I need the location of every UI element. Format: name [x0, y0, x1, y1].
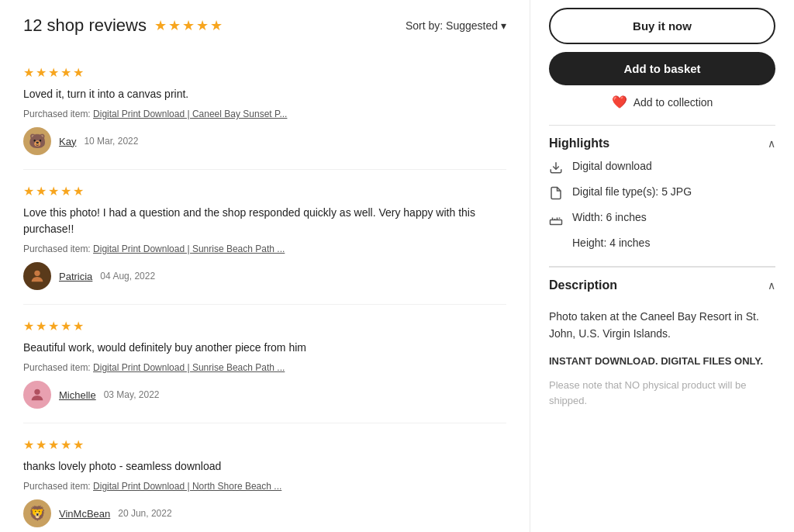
review-stars: ★ ★ ★ ★ ★: [23, 319, 506, 333]
avatar: 🦁: [23, 499, 51, 527]
highlights-section-header[interactable]: Highlights ∧: [549, 125, 775, 160]
review-text: thanks lovely photo - seamless download: [23, 458, 506, 475]
desc-main-text: Photo taken at the Caneel Bay Resort in …: [549, 308, 775, 343]
description-body: Photo taken at the Caneel Bay Resort in …: [549, 302, 775, 409]
download-icon: [549, 161, 564, 178]
reviewer: 🦁 VinMcBean 20 Jun, 2022: [23, 499, 506, 527]
heart-icon: ❤️: [612, 95, 627, 109]
add-collection-label: Add to collection: [633, 96, 713, 109]
star-5: ★: [210, 17, 223, 34]
avatar: [23, 381, 51, 409]
reviewer-date: 04 Aug, 2022: [100, 271, 155, 282]
reviewer-date: 10 Mar, 2022: [84, 136, 138, 147]
review-text: Loved it, turn it into a canvas print.: [23, 86, 506, 102]
description-section: Description ∧ Photo taken at the Caneel …: [549, 266, 775, 409]
reviewer: Patricia 04 Aug, 2022: [23, 262, 506, 290]
avatar: 🐻: [23, 127, 51, 155]
purchased-item: Purchased item: Digital Print Download |…: [23, 109, 506, 119]
purchased-label: Purchased item:: [23, 109, 91, 119]
reviews-title-group: 12 shop reviews ★ ★ ★ ★ ★: [23, 16, 223, 36]
reviews-stars: ★ ★ ★ ★ ★: [154, 17, 223, 34]
purchased-link[interactable]: Digital Print Download | Sunrise Beach P…: [93, 362, 285, 373]
sort-label: Sort by: Suggested: [406, 19, 498, 32]
reviews-panel: 12 shop reviews ★ ★ ★ ★ ★ Sort by: Sugge…: [0, 0, 530, 532]
reviewer: 🐻 Kay 10 Mar, 2022: [23, 127, 506, 155]
reviewer-date: 03 May, 2022: [104, 389, 160, 400]
desc-instant-text: INSTANT DOWNLOAD. DIGITAL FILES ONLY.: [549, 354, 775, 370]
review-item: ★ ★ ★ ★ ★ thanks lovely photo - seamless…: [23, 423, 506, 532]
highlight-width-text: Width: 6 inches: [572, 211, 647, 223]
review-item: ★ ★ ★ ★ ★ Loved it, turn it into a canva…: [23, 51, 506, 170]
highlights-title: Highlights: [549, 136, 609, 150]
sort-dropdown[interactable]: Sort by: Suggested ▾: [406, 19, 506, 32]
purchased-link[interactable]: Digital Print Download | Sunrise Beach P…: [93, 244, 285, 254]
svg-rect-3: [551, 220, 562, 225]
purchased-item: Purchased item: Digital Print Download |…: [23, 481, 506, 492]
purchased-link[interactable]: Digital Print Download | Caneel Bay Suns…: [93, 109, 287, 119]
reviewer-name[interactable]: Kay: [59, 136, 76, 147]
description-section-header[interactable]: Description ∧: [549, 267, 775, 302]
svg-point-1: [34, 389, 40, 395]
purchased-label: Purchased item:: [23, 481, 91, 492]
star-4: ★: [196, 17, 209, 34]
add-to-collection-button[interactable]: ❤️ Add to collection: [549, 95, 775, 109]
reviewer-date: 20 Jun, 2022: [118, 508, 171, 519]
highlight-file-type: Digital file type(s): 5 JPG: [549, 185, 775, 203]
highlight-width: Width: 6 inches: [549, 211, 775, 229]
review-item: ★ ★ ★ ★ ★ Beautiful work, would definite…: [23, 305, 506, 423]
review-text: Beautiful work, would definitely buy ano…: [23, 340, 506, 356]
sort-chevron: ▾: [501, 19, 506, 32]
review-item: ★ ★ ★ ★ ★ Love this photo! I had a quest…: [23, 170, 506, 305]
reviews-title: 12 shop reviews: [23, 16, 147, 36]
reviewer-name[interactable]: VinMcBean: [59, 508, 110, 520]
reviews-header: 12 shop reviews ★ ★ ★ ★ ★ Sort by: Sugge…: [23, 16, 506, 36]
highlights-chevron: ∧: [768, 137, 775, 150]
reviewer: Michelle 03 May, 2022: [23, 381, 506, 409]
sidebar: Buy it now Add to basket ❤️ Add to colle…: [530, 0, 794, 532]
ruler-icon: [549, 212, 564, 229]
purchased-label: Purchased item:: [23, 362, 91, 373]
avatar: [23, 262, 51, 290]
purchased-label: Purchased item:: [23, 244, 91, 254]
review-text: Love this photo! I had a question and th…: [23, 205, 506, 237]
svg-point-0: [34, 271, 40, 276]
highlight-download-text: Digital download: [572, 160, 652, 172]
description-chevron: ∧: [768, 279, 775, 292]
purchased-item: Purchased item: Digital Print Download |…: [23, 244, 506, 254]
purchased-item: Purchased item: Digital Print Download |…: [23, 362, 506, 373]
purchased-link[interactable]: Digital Print Download | North Shore Bea…: [93, 481, 281, 492]
review-stars: ★ ★ ★ ★ ★: [23, 437, 506, 452]
star-2: ★: [168, 17, 181, 34]
review-stars: ★ ★ ★ ★ ★: [23, 65, 506, 80]
desc-note-text: Please note that NO physical product wil…: [549, 378, 775, 410]
file-icon: [549, 186, 564, 203]
highlight-height-text: Height: 4 inches: [572, 237, 650, 249]
buy-now-button[interactable]: Buy it now: [549, 8, 775, 44]
highlight-digital-download: Digital download: [549, 160, 775, 178]
star-3: ★: [182, 17, 195, 34]
reviewer-name[interactable]: Michelle: [59, 389, 96, 401]
highlight-filetype-text: Digital file type(s): 5 JPG: [572, 185, 692, 198]
highlight-height: Height: 4 inches: [549, 237, 775, 249]
review-stars: ★ ★ ★ ★ ★: [23, 184, 506, 199]
add-to-basket-button[interactable]: Add to basket: [549, 52, 775, 85]
description-title: Description: [549, 278, 617, 292]
reviewer-name[interactable]: Patricia: [59, 271, 92, 282]
highlights-list: Digital download Digital file type(s): 5…: [549, 160, 775, 266]
star-1: ★: [154, 17, 167, 34]
reviews-list: ★ ★ ★ ★ ★ Loved it, turn it into a canva…: [23, 51, 506, 532]
